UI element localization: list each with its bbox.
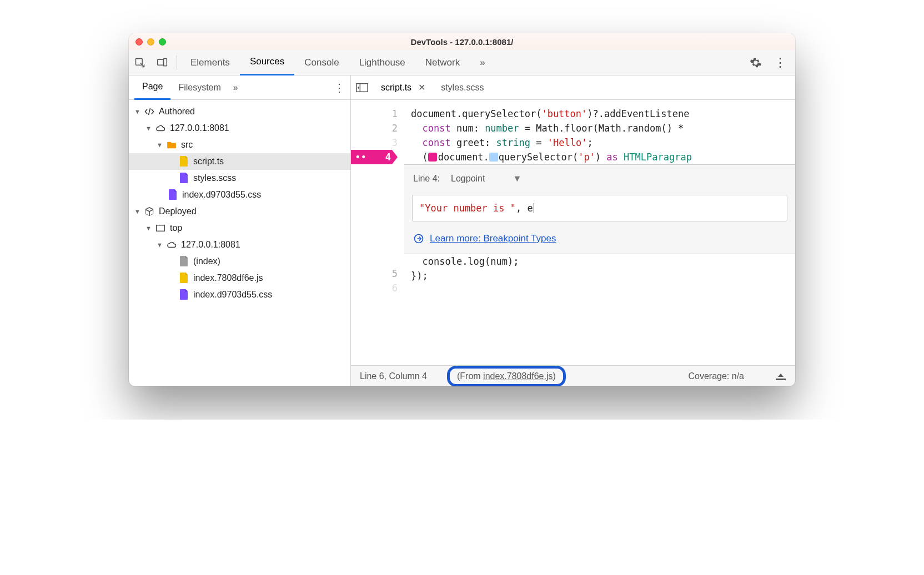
toggle-navigator-icon[interactable] — [351, 75, 373, 100]
tree-file-indexjs[interactable]: index.7808df6e.js — [129, 270, 350, 286]
tree-file-indexcss[interactable]: index.d9703d55.css — [129, 186, 350, 203]
svg-rect-1 — [158, 59, 164, 65]
code-icon — [144, 107, 154, 117]
tree-label: Authored — [159, 107, 195, 117]
window-controls — [135, 38, 166, 46]
tab-sources[interactable]: Sources — [240, 50, 294, 75]
tree-authored[interactable]: ▼ Authored — [129, 103, 350, 120]
main-area: Page Filesystem » ⋮ ▼ Authored ▼ 127.0.0… — [129, 75, 795, 386]
js-file-icon — [179, 273, 189, 283]
tree-host2[interactable]: ▼ 127.0.0.1:8081 — [129, 236, 350, 253]
css-file-icon — [179, 173, 189, 183]
code-content[interactable]: document.querySelector('button')?.addEve… — [404, 100, 795, 365]
file-tab-label: styles.scss — [441, 83, 484, 93]
close-window-button[interactable] — [135, 38, 143, 46]
file-icon — [179, 256, 189, 266]
frame-icon — [155, 223, 165, 233]
tree-host[interactable]: ▼ 127.0.0.1:8081 — [129, 120, 350, 137]
logpoint-line-label: Line 4: — [413, 172, 440, 186]
chevron-down-icon: ▼ — [513, 172, 521, 186]
tree-label: 127.0.0.1:8081 — [170, 123, 229, 133]
show-drawer-icon[interactable] — [775, 372, 786, 381]
tree-label: index.7808df6e.js — [193, 273, 263, 283]
tree-label: 127.0.0.1:8081 — [181, 240, 240, 250]
window-title: DevTools - 127.0.0.1:8081/ — [411, 37, 514, 47]
tab-console[interactable]: Console — [294, 50, 349, 75]
learn-more-link[interactable]: Learn more: Breakpoint Types — [430, 231, 556, 246]
logpoint-expression-input[interactable]: "Your number is ", e — [412, 195, 787, 221]
nav-tab-filesystem[interactable]: Filesystem — [170, 75, 228, 100]
nav-tabs-overflow[interactable]: » — [233, 83, 238, 93]
close-tab-icon[interactable]: ✕ — [418, 82, 425, 93]
nav-kebab-icon[interactable]: ⋮ — [334, 81, 345, 94]
css-file-icon — [168, 190, 178, 200]
folder-icon — [167, 140, 177, 150]
navigator-pane: Page Filesystem » ⋮ ▼ Authored ▼ 127.0.0… — [129, 75, 351, 386]
inspect-element-icon[interactable] — [129, 50, 151, 75]
source-map-origin[interactable]: (From index.7808df6e.js) — [449, 368, 564, 385]
tab-network[interactable]: Network — [415, 50, 470, 75]
line-number[interactable]: 6 — [351, 281, 398, 295]
logpoint-marker[interactable]: •• 4 — [351, 150, 398, 164]
cloud-icon — [167, 240, 177, 250]
device-toolbar-icon[interactable] — [151, 50, 173, 75]
settings-icon[interactable] — [750, 57, 762, 69]
tree-deployed[interactable]: ▼ Deployed — [129, 203, 350, 220]
line-number[interactable]: 3 — [351, 135, 398, 150]
nav-tab-page[interactable]: Page — [134, 75, 170, 100]
tree-label: index.d9703d55.css — [182, 190, 261, 200]
line-number-gutter[interactable]: 1 2 3 •• 4 5 6 — [351, 100, 404, 365]
pink-chip-icon — [428, 153, 437, 162]
tree-file-index[interactable]: (index) — [129, 253, 350, 270]
cursor-position: Line 6, Column 4 — [360, 371, 427, 381]
line-number[interactable]: 5 — [351, 266, 398, 281]
tree-label: top — [170, 223, 182, 233]
kebab-menu-icon[interactable]: ⋮ — [774, 56, 786, 70]
tab-elements[interactable]: Elements — [180, 50, 240, 75]
cloud-icon — [155, 123, 165, 133]
tree-label: index.d9703d55.css — [193, 290, 272, 300]
line-number[interactable]: 2 — [351, 121, 398, 135]
status-bar: Line 6, Column 4 (From index.7808df6e.js… — [351, 365, 795, 386]
zoom-window-button[interactable] — [159, 38, 166, 46]
svg-rect-2 — [164, 58, 167, 65]
navigator-tabs: Page Filesystem » ⋮ — [129, 75, 350, 100]
tree-label: src — [181, 140, 193, 150]
line-number: 4 — [385, 150, 391, 164]
tab-lighthouse[interactable]: Lighthouse — [349, 50, 415, 75]
svg-rect-3 — [157, 225, 164, 231]
tree-file-script[interactable]: script.ts — [129, 153, 350, 170]
titlebar: DevTools - 127.0.0.1:8081/ — [129, 33, 795, 50]
highlight-ring — [447, 366, 566, 387]
tree-label: Deployed — [159, 206, 197, 216]
tree-label: script.ts — [193, 157, 224, 167]
js-file-icon — [179, 157, 189, 167]
main-tabbar: Elements Sources Console Lighthouse Netw… — [129, 50, 795, 75]
tree-file-styles[interactable]: styles.scss — [129, 170, 350, 186]
file-tree: ▼ Authored ▼ 127.0.0.1:8081 ▼ src script… — [129, 100, 350, 386]
tabs-overflow[interactable]: » — [470, 50, 495, 75]
coverage-status: Coverage: n/a — [688, 371, 744, 381]
file-tab-label: script.ts — [381, 83, 411, 93]
file-tabs: script.ts ✕ styles.scss — [351, 75, 795, 100]
file-tab-styles[interactable]: styles.scss — [433, 75, 491, 100]
logpoint-panel: Line 4: Logpoint ▼ "Your number is ", e — [404, 164, 795, 254]
line-number[interactable]: 1 — [351, 107, 398, 121]
breakpoint-type-label: Logpoint — [451, 172, 485, 186]
tree-top[interactable]: ▼ top — [129, 220, 350, 236]
tree-src-folder[interactable]: ▼ src — [129, 137, 350, 153]
minimize-window-button[interactable] — [147, 38, 154, 46]
css-file-icon — [179, 290, 189, 300]
tree-label: styles.scss — [193, 173, 236, 183]
blue-chip-icon — [489, 153, 498, 162]
tree-label: (index) — [193, 256, 220, 266]
file-tab-script[interactable]: script.ts ✕ — [373, 75, 433, 100]
svg-rect-7 — [776, 379, 786, 380]
tree-file-indexcss2[interactable]: index.d9703d55.css — [129, 286, 350, 303]
breakpoint-type-select[interactable]: Logpoint ▼ — [451, 172, 521, 186]
devtools-window: DevTools - 127.0.0.1:8081/ Elements Sour… — [129, 33, 795, 386]
cube-icon — [144, 206, 154, 216]
code-editor[interactable]: 1 2 3 •• 4 5 6 document.querySelector('b… — [351, 100, 795, 365]
info-circle-icon — [413, 233, 424, 244]
editor-pane: script.ts ✕ styles.scss 1 2 3 •• 4 — [351, 75, 795, 386]
